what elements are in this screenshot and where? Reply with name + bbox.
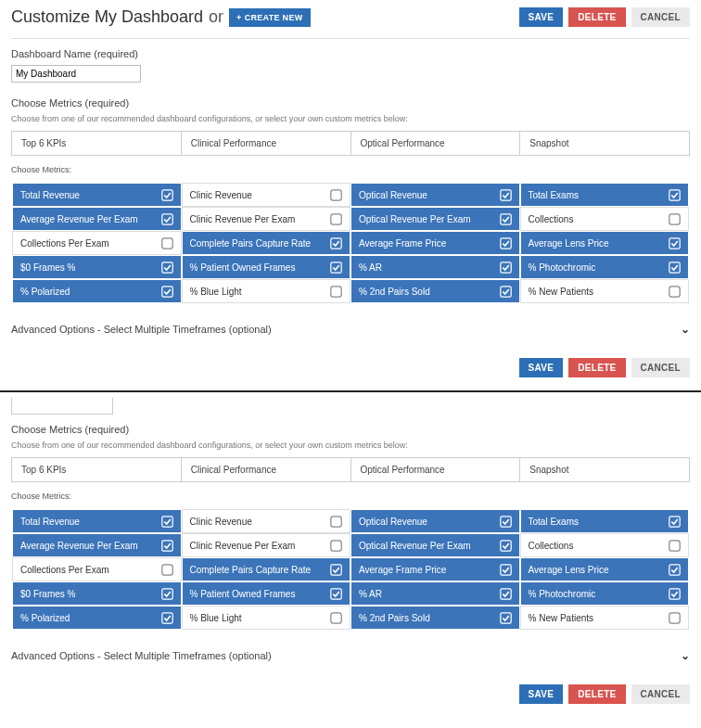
metric-cell[interactable]: % Patient Owned Frames	[182, 581, 351, 606]
metric-cell[interactable]: % AR	[350, 581, 520, 606]
metric-cell[interactable]: Average Lens Price	[520, 231, 690, 255]
checkbox-unchecked-icon	[330, 213, 342, 225]
metric-label: Clinic Revenue	[190, 190, 252, 200]
metric-cell[interactable]: % Photochromic	[520, 581, 690, 606]
metric-cell[interactable]: % 2nd Pairs Sold	[350, 606, 520, 630]
metric-cell[interactable]: Collections Per Exam	[12, 231, 182, 255]
dashboard-name-input[interactable]	[11, 65, 141, 83]
tab-top6[interactable]: Top 6 KPIs	[12, 132, 182, 155]
metric-label: Clinic Revenue	[190, 517, 252, 527]
metric-cell[interactable]: Optical Revenue	[350, 183, 520, 207]
metric-cell[interactable]: Clinic Revenue Per Exam	[182, 207, 351, 231]
metric-cell[interactable]: Average Revenue Per Exam	[12, 533, 182, 557]
cancel-button[interactable]: CANCEL	[631, 358, 690, 377]
metric-cell[interactable]: % Photochromic	[520, 255, 690, 279]
checkbox-unchecked-icon	[330, 286, 342, 298]
metric-cell[interactable]: Optical Revenue Per Exam	[350, 533, 520, 557]
metric-cell[interactable]: % 2nd Pairs Sold	[350, 279, 520, 303]
metric-cell[interactable]: Complete Pairs Capture Rate	[182, 557, 351, 581]
metric-label: Collections	[529, 541, 574, 551]
metric-cell[interactable]: Clinic Revenue	[182, 509, 351, 533]
checkbox-checked-icon	[669, 564, 681, 576]
checkbox-checked-icon	[330, 588, 342, 600]
svg-rect-10	[500, 237, 510, 248]
metric-label: % Photochromic	[529, 262, 596, 273]
svg-rect-37	[331, 612, 341, 622]
save-button[interactable]: SAVE	[519, 7, 564, 27]
metric-label: Collections Per Exam	[20, 565, 109, 575]
metric-cell[interactable]: % Polarized	[12, 606, 182, 630]
tab-clinical[interactable]: Clinical Performance	[182, 458, 351, 481]
metric-cell[interactable]: Total Exams	[520, 183, 690, 207]
tab-snapshot[interactable]: Snapshot	[520, 458, 689, 481]
tab-snapshot[interactable]: Snapshot	[520, 132, 689, 155]
metric-cell[interactable]: Average Frame Price	[350, 231, 520, 255]
metric-label: % Blue Light	[190, 613, 242, 623]
metric-cell[interactable]: Collections	[520, 207, 690, 231]
metric-cell[interactable]: Total Revenue	[12, 509, 182, 533]
svg-rect-29	[331, 564, 341, 574]
delete-button[interactable]: DELETE	[568, 684, 625, 704]
metric-cell[interactable]: % AR	[350, 255, 520, 279]
delete-button[interactable]: DELETE	[568, 7, 625, 27]
tab-optical[interactable]: Optical Performance	[351, 132, 521, 155]
cancel-button[interactable]: CANCEL	[631, 7, 690, 27]
metric-cell[interactable]: Average Lens Price	[520, 557, 690, 581]
metric-cell[interactable]: % New Patients	[520, 279, 690, 303]
save-button[interactable]: SAVE	[519, 684, 564, 704]
svg-rect-11	[669, 237, 680, 248]
metric-cell[interactable]: % Blue Light	[182, 279, 351, 303]
svg-rect-7	[669, 213, 680, 224]
advanced-options-toggle[interactable]: Advanced Options - Select Multiple Timef…	[0, 636, 701, 671]
metric-cell[interactable]: Total Revenue	[12, 183, 182, 207]
metric-cell[interactable]: Total Exams	[520, 509, 690, 533]
metric-cell[interactable]: % New Patients	[520, 606, 690, 630]
advanced-options-toggle[interactable]: Advanced Options - Select Multiple Timef…	[0, 310, 701, 345]
metric-cell[interactable]: % Blue Light	[182, 606, 351, 630]
metric-label: % 2nd Pairs Sold	[359, 613, 430, 623]
metric-label: Total Exams	[529, 190, 579, 200]
checkbox-unchecked-icon	[330, 189, 342, 201]
metric-cell[interactable]: $0 Frames %	[12, 581, 182, 606]
metric-cell[interactable]: Optical Revenue Per Exam	[350, 207, 520, 231]
plus-icon: +	[236, 13, 242, 22]
checkbox-checked-icon	[669, 189, 681, 201]
metric-cell[interactable]: Average Frame Price	[350, 557, 520, 581]
svg-rect-23	[669, 516, 680, 526]
metric-cell[interactable]: Complete Pairs Capture Rate	[182, 231, 351, 255]
metric-cell[interactable]: % Polarized	[12, 279, 182, 303]
choose-metrics-label: Choose Metrics (required)	[11, 97, 690, 109]
metric-label: Optical Revenue	[359, 517, 427, 527]
metric-cell[interactable]: $0 Frames %	[12, 255, 182, 279]
svg-rect-6	[500, 213, 510, 224]
metric-label: $0 Frames %	[20, 262, 75, 273]
svg-rect-34	[500, 588, 510, 598]
metric-cell[interactable]: Optical Revenue	[350, 509, 520, 533]
svg-rect-38	[500, 612, 510, 622]
tab-clinical[interactable]: Clinical Performance	[182, 132, 351, 155]
metric-cell[interactable]: Clinic Revenue Per Exam	[182, 533, 351, 557]
metric-cell[interactable]: % Patient Owned Frames	[182, 255, 351, 279]
delete-button[interactable]: DELETE	[568, 358, 625, 377]
metric-label: Optical Revenue Per Exam	[359, 214, 471, 224]
svg-rect-16	[161, 286, 172, 296]
metric-label: % 2nd Pairs Sold	[359, 287, 430, 297]
metric-cell[interactable]: Collections	[520, 533, 690, 557]
tab-optical[interactable]: Optical Performance	[351, 458, 521, 481]
metric-label: % Patient Owned Frames	[190, 589, 296, 599]
tab-top6[interactable]: Top 6 KPIs	[12, 458, 182, 481]
checkbox-checked-icon	[500, 213, 512, 225]
svg-rect-14	[500, 262, 510, 272]
metric-cell[interactable]: Collections Per Exam	[12, 557, 182, 581]
checkbox-checked-icon	[500, 189, 512, 201]
metric-label: Clinic Revenue Per Exam	[190, 214, 296, 224]
metric-cell[interactable]: Clinic Revenue	[182, 183, 351, 207]
metric-cell[interactable]: Average Revenue Per Exam	[12, 207, 182, 231]
save-button[interactable]: SAVE	[519, 358, 564, 377]
svg-rect-28	[161, 564, 172, 574]
metric-label: Clinic Revenue Per Exam	[190, 541, 296, 551]
page-title: Customize My Dashboard	[11, 7, 203, 27]
cancel-button[interactable]: CANCEL	[631, 684, 690, 704]
svg-rect-18	[500, 286, 510, 296]
create-new-button[interactable]: + CREATE NEW	[229, 8, 310, 27]
